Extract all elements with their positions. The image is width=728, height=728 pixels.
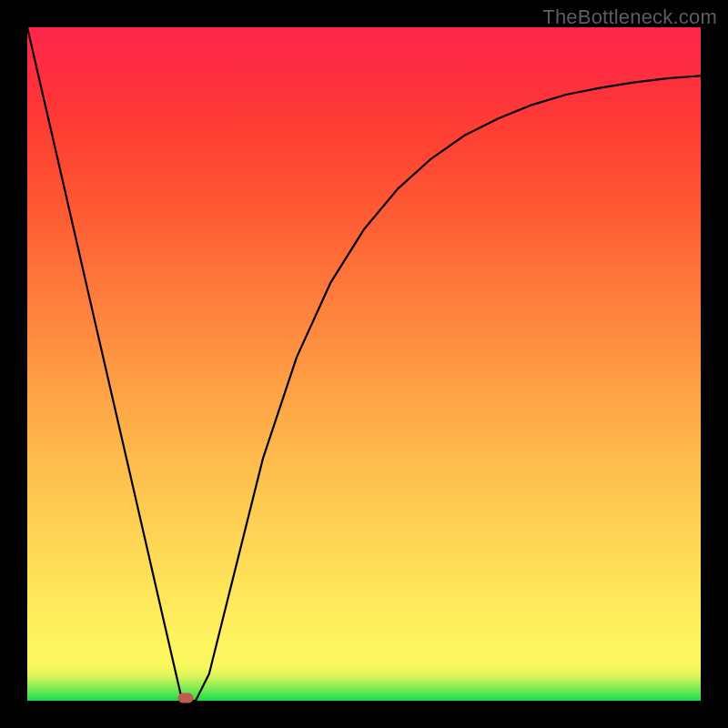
attribution-text: TheBottleneck.com — [542, 5, 717, 29]
optimal-point-marker — [177, 693, 193, 703]
chart-frame: TheBottleneck.com — [0, 0, 728, 728]
bottleneck-curve — [27, 27, 701, 701]
